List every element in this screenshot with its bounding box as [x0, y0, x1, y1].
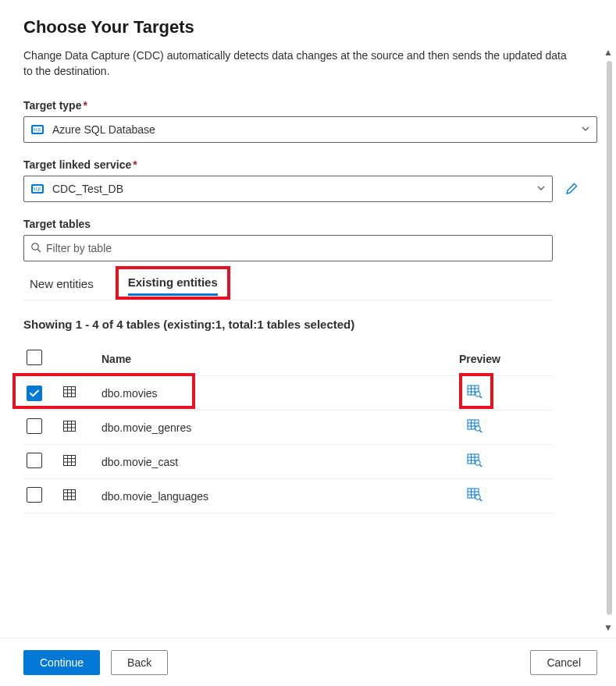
- target-tables-table: Name Preview dbo.moviesdbo.movie_genresd…: [23, 342, 553, 514]
- highlight-existing-tab: Existing entities: [116, 266, 230, 300]
- svg-point-6: [32, 243, 38, 249]
- cancel-button[interactable]: Cancel: [530, 650, 597, 675]
- column-name: Name: [101, 353, 459, 365]
- svg-line-31: [479, 431, 482, 433]
- azure-sql-icon: SQL: [30, 182, 45, 196]
- chevron-down-icon: [536, 183, 546, 195]
- svg-line-43: [479, 465, 482, 467]
- select-all-checkbox[interactable]: [27, 350, 42, 365]
- column-preview: Preview: [459, 353, 553, 365]
- row-name: dbo.movie_cast: [101, 456, 459, 468]
- svg-line-55: [479, 499, 482, 502]
- table-row: dbo.movie_cast: [23, 445, 553, 479]
- table-icon: [62, 488, 77, 502]
- row-name: dbo.movies: [101, 387, 459, 400]
- footer: Continue Back Cancel: [0, 638, 616, 686]
- table-row: dbo.movie_genres: [23, 411, 553, 445]
- svg-text:SQL: SQL: [33, 127, 42, 132]
- page-title: Choose Your Targets: [23, 17, 597, 37]
- row-checkbox[interactable]: [27, 453, 42, 468]
- svg-rect-44: [64, 490, 76, 500]
- svg-point-18: [475, 392, 480, 396]
- filter-table-input-wrapper[interactable]: [23, 235, 553, 261]
- target-linked-service-value: CDC_Test_DB: [52, 183, 536, 195]
- tab-existing-entities[interactable]: Existing entities: [123, 271, 223, 295]
- preview-button[interactable]: [467, 453, 482, 467]
- azure-sql-icon: SQL: [30, 123, 45, 137]
- scroll-down-icon: ▼: [604, 622, 611, 633]
- table-row: dbo.movie_languages: [23, 479, 553, 514]
- row-checkbox[interactable]: [27, 418, 42, 434]
- scrollbar-track[interactable]: [607, 61, 612, 615]
- svg-rect-20: [64, 421, 76, 432]
- svg-line-7: [37, 249, 41, 252]
- preview-button[interactable]: [467, 419, 482, 433]
- row-checkbox[interactable]: [27, 487, 42, 503]
- preview-button[interactable]: [467, 385, 482, 399]
- target-type-select[interactable]: SQL Azure SQL Database: [23, 116, 597, 143]
- search-icon: [30, 242, 41, 255]
- svg-rect-32: [64, 456, 76, 466]
- preview-button[interactable]: [467, 488, 482, 502]
- row-checkbox[interactable]: [27, 386, 42, 401]
- continue-button[interactable]: Continue: [23, 650, 100, 675]
- row-name: dbo.movie_genres: [101, 421, 459, 434]
- svg-point-54: [475, 495, 480, 499]
- page-description: Change Data Capture (CDC) automatically …: [23, 48, 570, 79]
- target-linked-service-select[interactable]: SQL CDC_Test_DB: [23, 176, 553, 202]
- target-tables-label: Target tables: [23, 218, 597, 230]
- chevron-down-icon: [581, 123, 590, 136]
- row-name: dbo.movie_languages: [101, 490, 459, 503]
- svg-point-42: [475, 460, 480, 465]
- target-linked-service-label: Target linked service*: [23, 158, 597, 171]
- svg-point-30: [475, 426, 480, 431]
- svg-line-19: [479, 396, 482, 399]
- table-row: dbo.movies: [23, 376, 553, 411]
- svg-text:SQL: SQL: [33, 187, 42, 191]
- table-icon: [62, 385, 77, 399]
- target-type-label: Target type*: [23, 99, 597, 112]
- table-icon: [62, 453, 77, 467]
- scroll-up-icon: ▲: [604, 47, 611, 58]
- svg-rect-8: [64, 387, 76, 397]
- edit-linked-service-button[interactable]: [561, 178, 582, 200]
- tab-new-entities[interactable]: New entities: [23, 269, 100, 297]
- filter-table-input[interactable]: [46, 242, 546, 254]
- table-icon: [62, 419, 77, 433]
- showing-text: Showing 1 - 4 of 4 tables (existing:1, t…: [23, 318, 597, 331]
- back-button[interactable]: Back: [111, 650, 168, 675]
- target-type-value: Azure SQL Database: [52, 123, 581, 136]
